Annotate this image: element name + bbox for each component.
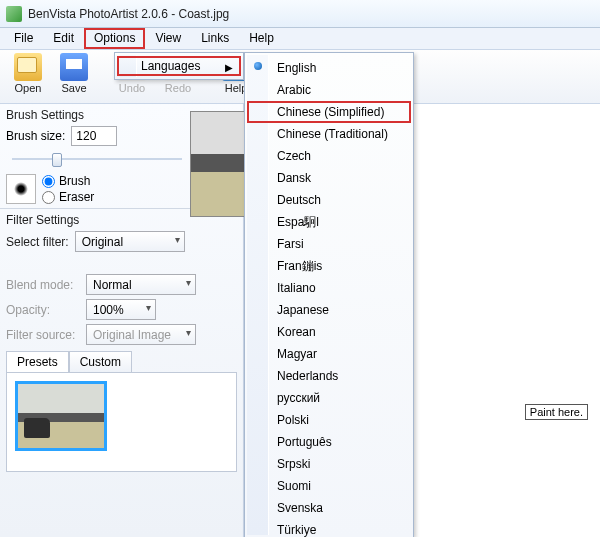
brush-size-slider[interactable] bbox=[12, 150, 182, 168]
bullet-icon bbox=[254, 62, 262, 70]
language-item[interactable]: Czech bbox=[247, 145, 411, 167]
language-item[interactable]: Türkiye bbox=[247, 519, 411, 537]
language-item[interactable]: Farsi bbox=[247, 233, 411, 255]
language-item-label: English bbox=[277, 61, 316, 75]
submenu-languages[interactable]: Languages ▶ bbox=[117, 56, 241, 76]
opacity-label: Opacity: bbox=[6, 303, 80, 317]
menu-edit[interactable]: Edit bbox=[43, 28, 84, 49]
language-item-label: Suomi bbox=[277, 479, 311, 493]
menu-file[interactable]: File bbox=[4, 28, 43, 49]
save-button[interactable]: Save bbox=[52, 53, 96, 94]
menu-help[interactable]: Help bbox=[239, 28, 284, 49]
language-item-label: Japanese bbox=[277, 303, 329, 317]
language-item-label: Czech bbox=[277, 149, 311, 163]
language-item[interactable]: Arabic bbox=[247, 79, 411, 101]
language-item-label: Espa駉l bbox=[277, 215, 319, 229]
language-item[interactable]: English bbox=[247, 57, 411, 79]
language-item[interactable]: Espa駉l bbox=[247, 211, 411, 233]
app-icon bbox=[6, 6, 22, 22]
language-item[interactable]: Chinese (Traditional) bbox=[247, 123, 411, 145]
language-item-label: Fran鏰is bbox=[277, 259, 322, 273]
options-submenu: Languages ▶ bbox=[114, 52, 244, 80]
select-filter-label: Select filter: bbox=[6, 235, 69, 249]
tab-custom[interactable]: Custom bbox=[69, 351, 132, 372]
blend-mode-combo[interactable]: Normal bbox=[86, 274, 196, 295]
window-title: BenVista PhotoArtist 2.0.6 - Coast.jpg bbox=[28, 7, 229, 21]
blend-mode-label: Blend mode: bbox=[6, 278, 80, 292]
language-item[interactable]: Srpski bbox=[247, 453, 411, 475]
language-item[interactable]: Korean bbox=[247, 321, 411, 343]
brush-size-input[interactable] bbox=[71, 126, 117, 146]
language-item[interactable]: Japanese bbox=[247, 299, 411, 321]
filter-source-combo[interactable]: Original Image bbox=[86, 324, 196, 345]
language-item[interactable]: Dansk bbox=[247, 167, 411, 189]
language-item[interactable]: русский bbox=[247, 387, 411, 409]
presets-body bbox=[6, 372, 237, 472]
brush-preview bbox=[6, 174, 36, 204]
tab-presets[interactable]: Presets bbox=[6, 351, 69, 372]
language-item[interactable]: Magyar bbox=[247, 343, 411, 365]
menu-view[interactable]: View bbox=[145, 28, 191, 49]
language-item[interactable]: Svenska bbox=[247, 497, 411, 519]
language-item-label: Italiano bbox=[277, 281, 316, 295]
language-item-label: Türkiye bbox=[277, 523, 316, 537]
language-item-label: Chinese (Simplified) bbox=[277, 105, 384, 119]
language-item-label: Chinese (Traditional) bbox=[277, 127, 388, 141]
brush-size-label: Brush size: bbox=[6, 129, 65, 143]
paint-here-hint: Paint here. bbox=[525, 404, 588, 420]
eraser-radio[interactable]: Eraser bbox=[42, 190, 94, 204]
chevron-right-icon: ▶ bbox=[225, 62, 233, 73]
filter-source-label: Filter source: bbox=[6, 328, 80, 342]
language-item-label: русский bbox=[277, 391, 320, 405]
save-icon bbox=[60, 53, 88, 81]
language-item-label: Srpski bbox=[277, 457, 310, 471]
language-item-label: Farsi bbox=[277, 237, 304, 251]
select-filter-combo[interactable]: Original bbox=[75, 231, 185, 252]
language-item[interactable]: Chinese (Simplified) bbox=[247, 101, 411, 123]
menu-links[interactable]: Links bbox=[191, 28, 239, 49]
menu-options[interactable]: Options bbox=[84, 28, 145, 49]
language-item[interactable]: Fran鏰is bbox=[247, 255, 411, 277]
opacity-combo[interactable]: 100% bbox=[86, 299, 156, 320]
languages-menu: EnglishArabicChinese (Simplified)Chinese… bbox=[244, 52, 414, 537]
language-item-label: Português bbox=[277, 435, 332, 449]
language-item[interactable]: Nederlands bbox=[247, 365, 411, 387]
language-item[interactable]: Português bbox=[247, 431, 411, 453]
language-item-label: Polski bbox=[277, 413, 309, 427]
language-item-label: Magyar bbox=[277, 347, 317, 361]
language-item[interactable]: Polski bbox=[247, 409, 411, 431]
open-button[interactable]: Open bbox=[6, 53, 50, 94]
title-bar: BenVista PhotoArtist 2.0.6 - Coast.jpg bbox=[0, 0, 600, 28]
menu-bar: File Edit Options View Links Help bbox=[0, 28, 600, 50]
language-item-label: Dansk bbox=[277, 171, 311, 185]
image-preview bbox=[190, 111, 246, 217]
open-icon bbox=[14, 53, 42, 81]
language-item[interactable]: Deutsch bbox=[247, 189, 411, 211]
brush-radio[interactable]: Brush bbox=[42, 174, 94, 188]
language-item-label: Korean bbox=[277, 325, 316, 339]
language-item-label: Deutsch bbox=[277, 193, 321, 207]
language-item[interactable]: Suomi bbox=[247, 475, 411, 497]
language-item-label: Svenska bbox=[277, 501, 323, 515]
language-item-label: Arabic bbox=[277, 83, 311, 97]
language-item[interactable]: Italiano bbox=[247, 277, 411, 299]
preset-thumbnail[interactable] bbox=[15, 381, 107, 451]
language-item-label: Nederlands bbox=[277, 369, 338, 383]
